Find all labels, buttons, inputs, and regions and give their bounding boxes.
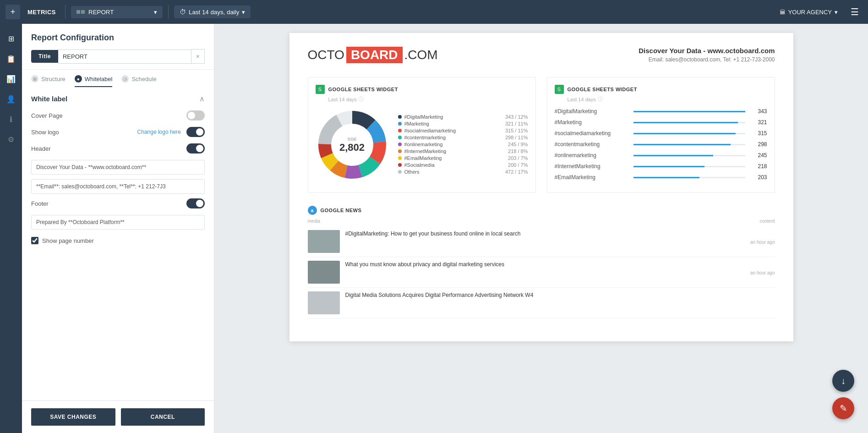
- sidebar-item-info[interactable]: ℹ: [2, 110, 20, 128]
- show-logo-row: Show logo Change logo here: [31, 127, 205, 137]
- legend-name: #socialmediamarketing: [404, 128, 456, 133]
- legend-name: #EmailMarketing: [404, 155, 442, 161]
- show-logo-right: Change logo here: [137, 127, 205, 137]
- legend-value: 321 / 11%: [505, 121, 528, 126]
- legend-dot: [398, 129, 402, 132]
- legend-value: 218 / 8%: [508, 148, 528, 154]
- legend-name: #InternetMarketing: [404, 148, 447, 154]
- news-col-content: content: [760, 219, 775, 224]
- edit-fab[interactable]: ✎: [832, 397, 854, 419]
- header-text-input[interactable]: [31, 160, 205, 175]
- show-page-number-checkbox[interactable]: [31, 237, 38, 244]
- sidebar-item-settings[interactable]: ⚙: [2, 130, 20, 148]
- legend-dot: [398, 163, 402, 167]
- info-icon: ℹ: [10, 115, 12, 124]
- bar-value: 218: [751, 163, 767, 170]
- schedule-tab-icon: ◷: [121, 75, 129, 82]
- add-button[interactable]: +: [5, 5, 20, 19]
- sidebar-item-users[interactable]: 👤: [2, 90, 20, 108]
- tab-schedule[interactable]: ◷ Schedule: [121, 75, 156, 87]
- news-item: #DigitalMarketing: How to get your busin…: [308, 226, 775, 257]
- bar-fill: [633, 133, 736, 134]
- hamburger-menu-button[interactable]: ☰: [847, 5, 863, 19]
- legend-name: #onlinemarketing: [404, 142, 443, 147]
- news-thumbnail: [308, 291, 340, 314]
- header-toggle[interactable]: [186, 143, 205, 153]
- bar-label: #DigitalMarketing: [555, 108, 628, 115]
- chevron-down-icon-3: ▾: [835, 9, 838, 16]
- cancel-button[interactable]: CANCEL: [121, 408, 205, 426]
- sidebar-item-dashboard[interactable]: ⊞: [2, 29, 20, 48]
- bar-fill: [633, 177, 699, 178]
- bar-chart-item: #InternetMarketing 218: [555, 163, 767, 170]
- cover-page-toggle[interactable]: [186, 110, 205, 121]
- bar-label: #InternetMarketing: [555, 163, 628, 170]
- report-dropdown[interactable]: REPORT ▾: [71, 6, 163, 18]
- cover-page-row: Cover Page: [31, 110, 205, 121]
- tab-whitelabel[interactable]: ● Whitelabel: [75, 75, 113, 87]
- donut-total-value: 2,802: [339, 142, 365, 153]
- date-range-button[interactable]: ⏱ Last 14 days, daily ▾: [174, 5, 251, 18]
- tab-structure[interactable]: ⊞ Structure: [31, 75, 66, 87]
- sidebar-item-reports[interactable]: 📋: [2, 49, 20, 68]
- bar-label: #Marketing: [555, 119, 628, 126]
- header-subtext-input[interactable]: [31, 179, 205, 194]
- donut-total-label: total: [339, 137, 365, 142]
- save-changes-button[interactable]: SAVE CHANGES: [31, 408, 115, 426]
- show-logo-toggle[interactable]: [186, 127, 205, 137]
- legend-item: #DigitalMarketing 343 / 12%: [398, 114, 528, 120]
- donut-chart: total 2,802: [316, 108, 389, 181]
- widgets-row: S GOOGLE SHEETS WIDGET Last 14 days ⓘ: [308, 77, 775, 193]
- change-logo-link[interactable]: Change logo here: [137, 129, 181, 135]
- donut-legend: #DigitalMarketing 343 / 12% #Marketing 3…: [398, 114, 528, 176]
- bar-value: 321: [751, 119, 767, 126]
- config-tabs: ⊞ Structure ● Whitelabel ◷ Schedule: [22, 70, 214, 87]
- whitelabel-tab-icon: ●: [75, 75, 82, 82]
- widget1-icon: S: [316, 85, 325, 94]
- legend-value: 298 / 11%: [505, 135, 528, 140]
- news-item-title: Digital Media Solutions Acquires Digital…: [345, 291, 775, 299]
- preview-panel: OCTO BOARD .COM Discover Your Data - www…: [214, 24, 868, 433]
- bar-fill: [633, 155, 713, 156]
- info-icon-w1: ⓘ: [359, 96, 364, 103]
- title-clear-button[interactable]: ×: [191, 49, 205, 64]
- footer-label: Footer: [31, 200, 49, 207]
- legend-dot: [398, 170, 402, 174]
- bar-container: [633, 111, 745, 112]
- legend-name: Others: [404, 169, 420, 175]
- legend-value: 343 / 12%: [505, 114, 528, 120]
- date-range-label: Last 14 days, daily: [189, 9, 239, 16]
- legend-name: #contentmarketing: [404, 135, 446, 140]
- legend-item: #socialmediamarketing 315 / 11%: [398, 128, 528, 133]
- report-dropdown-label: REPORT: [88, 9, 114, 16]
- news-item-time: an hour ago: [345, 240, 775, 245]
- download-fab[interactable]: ↓: [832, 370, 854, 392]
- config-panel-title: Report Configuration: [31, 33, 205, 43]
- download-icon: ↓: [841, 376, 846, 386]
- section-collapse-button[interactable]: ∧: [199, 94, 205, 103]
- metrics-label: METRICS: [24, 9, 60, 16]
- logo-text-board: BOARD: [346, 47, 403, 63]
- legend-item: #Marketing 321 / 11%: [398, 121, 528, 126]
- report-logo: OCTO BOARD .COM: [308, 47, 438, 63]
- widget-bar: S GOOGLE SHEETS WIDGET Last 14 days ⓘ #D…: [547, 77, 775, 193]
- footer-text-input[interactable]: [31, 215, 205, 230]
- news-thumbnail: [308, 261, 340, 284]
- footer-toggle[interactable]: [186, 198, 205, 208]
- grid-icon: [76, 10, 85, 14]
- news-item: Digital Media Solutions Acquires Digital…: [308, 288, 775, 318]
- header-label: Header: [31, 145, 51, 152]
- bar-fill: [633, 144, 731, 145]
- hamburger-icon: ☰: [851, 7, 859, 17]
- bar-chart-container: #DigitalMarketing 343 #Marketing 321 #so…: [555, 108, 767, 181]
- left-sidebar: ⊞ 📋 📊 👤 ℹ ⚙: [0, 24, 22, 433]
- title-input[interactable]: [58, 49, 191, 64]
- clock-icon: ⏱: [180, 8, 186, 16]
- agency-label: YOUR AGENCY: [788, 9, 832, 16]
- agency-button[interactable]: 🏛 YOUR AGENCY ▾: [774, 6, 843, 18]
- widget2-subtitle: Last 14 days ⓘ: [555, 96, 767, 103]
- title-field-label: Title: [31, 50, 58, 63]
- config-body: White label ∧ Cover Page Show logo Chang…: [22, 87, 214, 400]
- sidebar-item-charts[interactable]: 📊: [2, 70, 20, 88]
- header-row: Header: [31, 143, 205, 153]
